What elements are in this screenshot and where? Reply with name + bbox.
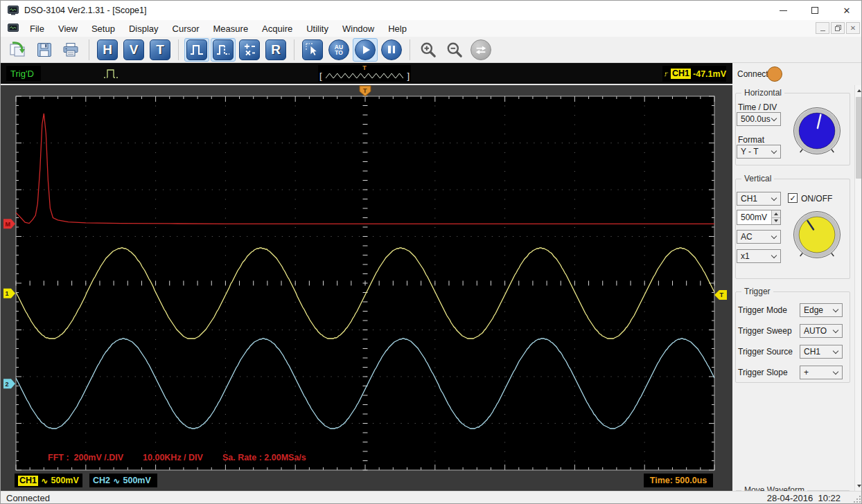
scale-spinner[interactable]: 500mV	[737, 210, 781, 225]
auto-setup-button[interactable]: AUTO	[326, 38, 351, 62]
trigger-slope-select[interactable]: +	[800, 366, 843, 379]
transfer-button[interactable]	[468, 38, 493, 62]
panel-scrollbar[interactable]	[854, 85, 862, 491]
vertical-group-title: Vertical	[741, 174, 774, 183]
mdi-restore-icon	[835, 25, 841, 31]
trigger-sweep-label: Trigger Sweep	[738, 326, 792, 336]
pause-icon	[388, 46, 395, 53]
h-icon: H	[97, 39, 118, 60]
save-button[interactable]	[32, 38, 57, 62]
time-indicator: Time: 500.0us	[644, 474, 713, 487]
window-title: DSO-3104 Ver2.1.31 - [Scope1]	[24, 6, 147, 15]
open-button[interactable]	[6, 38, 30, 62]
menu-item-view[interactable]: View	[51, 22, 85, 35]
zoom-out-icon	[446, 41, 464, 59]
onoff-checkbox[interactable]: ✓	[788, 193, 798, 203]
waveform-preview[interactable]: [ ] T	[318, 65, 411, 82]
trigger-readout: CH1 -47.1mV	[662, 66, 726, 82]
scroll-down-button[interactable]	[855, 480, 862, 491]
single-pulse-button[interactable]	[184, 38, 209, 62]
math-button[interactable]	[237, 38, 262, 62]
onoff-label: ON/OFF	[801, 194, 832, 204]
document-icon	[8, 24, 19, 34]
print-button[interactable]	[58, 38, 83, 62]
app-icon	[8, 6, 19, 16]
trigger-source-label: Trigger Source	[738, 347, 793, 357]
zoom-out-button[interactable]	[442, 38, 467, 62]
vertical-settings-button[interactable]: V	[121, 38, 146, 62]
menu-item-utility[interactable]: Utility	[299, 22, 335, 35]
spinner-up-button[interactable]	[772, 210, 780, 217]
format-label: Format	[738, 135, 764, 145]
menu-item-file[interactable]: File	[23, 22, 51, 35]
maximize-icon	[811, 7, 818, 14]
ch1-scale-value: 500mV	[51, 476, 79, 485]
mdi-close-icon: ✕	[850, 24, 856, 32]
toolbar: H V T R	[1, 37, 862, 63]
coupling-select[interactable]: AC	[737, 230, 781, 244]
mdi-minimize-button[interactable]	[816, 22, 829, 34]
scale-value: 500mV	[737, 213, 771, 222]
scrollbar-thumb[interactable]	[856, 97, 862, 179]
pulse-icon	[189, 42, 204, 57]
cursor-button[interactable]	[300, 38, 325, 62]
menu-item-cursor[interactable]: Cursor	[166, 22, 206, 35]
move-waveform-title: Move Waveform	[741, 485, 807, 491]
chevron-down-icon	[833, 348, 838, 353]
zoom-in-button[interactable]	[416, 38, 441, 62]
menu-item-window[interactable]: Window	[335, 22, 381, 35]
fft-readout: FFT : 200mV /.DIV 10.00KHz / DIV Sa. Rat…	[48, 453, 306, 462]
probe-select[interactable]: x1	[737, 249, 781, 263]
spinner-down-button[interactable]	[772, 217, 780, 225]
trigger-source-select[interactable]: CH1	[800, 345, 843, 359]
ch1-indicator[interactable]: CH1 ∿ 500mV	[15, 474, 82, 487]
dual-pulse-button[interactable]	[211, 38, 236, 62]
up-arrow-icon	[774, 213, 778, 215]
ch2-indicator[interactable]: CH2 ∿ 500mV	[89, 474, 157, 487]
menu-item-help[interactable]: Help	[381, 22, 414, 35]
run-button[interactable]	[353, 38, 378, 62]
menu-item-acquire[interactable]: Acquire	[255, 22, 299, 35]
time-div-value: 500.0us	[741, 114, 771, 124]
svg-text:2: 2	[6, 381, 9, 388]
print-icon	[62, 42, 80, 58]
refresh-button[interactable]: R	[263, 38, 288, 62]
scope-area: M12TT FFT : 200mV /.DIV 10.00KHz / DIV S…	[1, 85, 732, 491]
horizontal-settings-button[interactable]: H	[95, 38, 120, 62]
trigger-mode-select[interactable]: Edge	[800, 303, 843, 317]
channel-select[interactable]: CH1	[737, 192, 781, 206]
resize-grip[interactable]	[853, 495, 861, 503]
open-icon	[9, 41, 27, 59]
trigger-sweep-select[interactable]: AUTO	[800, 324, 843, 338]
pause-button[interactable]	[379, 38, 404, 62]
format-select[interactable]: Y - T	[737, 145, 781, 159]
trigger-status-badge: Trig'D	[6, 66, 41, 81]
svg-text:T: T	[363, 87, 367, 94]
minimize-button[interactable]	[767, 1, 799, 20]
menu-item-setup[interactable]: Setup	[85, 22, 122, 35]
title-bar: DSO-3104 Ver2.1.31 - [Scope1] ✕	[1, 1, 862, 20]
mdi-close-button[interactable]: ✕	[846, 22, 860, 34]
ch2-scale-value: 500mV	[123, 476, 151, 485]
maximize-button[interactable]	[799, 1, 831, 20]
svg-text:1: 1	[6, 290, 9, 297]
scroll-up-button[interactable]	[855, 85, 862, 96]
preview-right-bracket: ]	[407, 73, 410, 80]
mdi-restore-button[interactable]	[831, 22, 845, 34]
time-div-select[interactable]: 500.0us	[737, 112, 781, 126]
time-div-knob[interactable]	[791, 105, 843, 157]
trigger-sweep-value: AUTO	[804, 326, 827, 336]
trigger-settings-button[interactable]: T	[148, 38, 173, 62]
close-button[interactable]: ✕	[831, 1, 862, 20]
trigger-channel-chip: CH1	[671, 69, 691, 79]
volts-div-knob[interactable]	[791, 208, 843, 261]
check-icon: ✓	[789, 194, 795, 203]
channel-bar: CH1 ∿ 500mV CH2 ∿ 500mV Time: 500.0us	[1, 474, 732, 489]
connect-indicator	[767, 66, 782, 82]
menu-item-display[interactable]: Display	[122, 22, 166, 35]
down-arrow-icon	[774, 219, 778, 222]
menu-item-measure[interactable]: Measure	[206, 22, 256, 35]
trigger-source-value: CH1	[804, 347, 820, 357]
math-icon	[242, 42, 257, 57]
close-icon: ✕	[843, 6, 851, 16]
